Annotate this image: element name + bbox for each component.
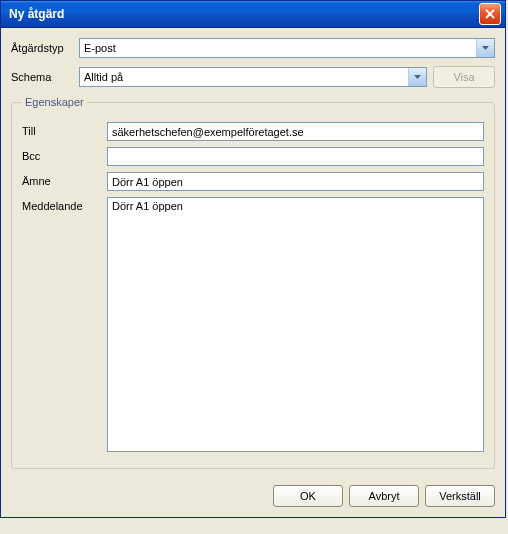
subject-label: Ämne — [22, 172, 107, 187]
svg-marker-3 — [414, 75, 421, 79]
dialog-window: Ny åtgärd Åtgärdstyp E-post Schema — [0, 0, 506, 518]
apply-button[interactable]: Verkställ — [425, 485, 495, 507]
to-input[interactable] — [107, 122, 484, 141]
dialog-buttons: OK Avbryt Verkställ — [1, 475, 505, 517]
bcc-input[interactable] — [107, 147, 484, 166]
schedule-label: Schema — [11, 71, 79, 83]
message-textarea[interactable] — [107, 197, 484, 452]
to-label: Till — [22, 122, 107, 137]
schedule-row: Schema Alltid på Visa — [11, 66, 495, 88]
message-row: Meddelande — [22, 197, 484, 452]
schedule-value: Alltid på — [84, 71, 123, 83]
schedule-dropdown-button[interactable] — [408, 68, 426, 86]
svg-marker-2 — [482, 46, 489, 50]
close-button[interactable] — [479, 3, 501, 25]
action-type-dropdown-button[interactable] — [476, 39, 494, 57]
show-button: Visa — [433, 66, 495, 88]
message-label: Meddelande — [22, 197, 107, 212]
to-row: Till — [22, 122, 484, 141]
action-type-row: Åtgärdstyp E-post — [11, 38, 495, 58]
action-type-value: E-post — [84, 42, 116, 54]
chevron-down-icon — [482, 46, 489, 50]
ok-button[interactable]: OK — [273, 485, 343, 507]
window-title: Ny åtgärd — [9, 7, 64, 21]
schedule-dropdown[interactable]: Alltid på — [79, 67, 427, 87]
client-area: Åtgärdstyp E-post Schema Alltid på — [1, 28, 505, 475]
cancel-button[interactable]: Avbryt — [349, 485, 419, 507]
title-bar: Ny åtgärd — [1, 1, 505, 28]
bcc-label: Bcc — [22, 147, 107, 162]
subject-input[interactable] — [107, 172, 484, 191]
properties-fieldset: Egenskaper Till Bcc Ämne Meddelande — [11, 96, 495, 469]
chevron-down-icon — [414, 75, 421, 79]
bcc-row: Bcc — [22, 147, 484, 166]
close-icon — [485, 9, 495, 19]
action-type-dropdown[interactable]: E-post — [79, 38, 495, 58]
action-type-label: Åtgärdstyp — [11, 42, 79, 54]
subject-row: Ämne — [22, 172, 484, 191]
properties-legend: Egenskaper — [22, 96, 87, 108]
